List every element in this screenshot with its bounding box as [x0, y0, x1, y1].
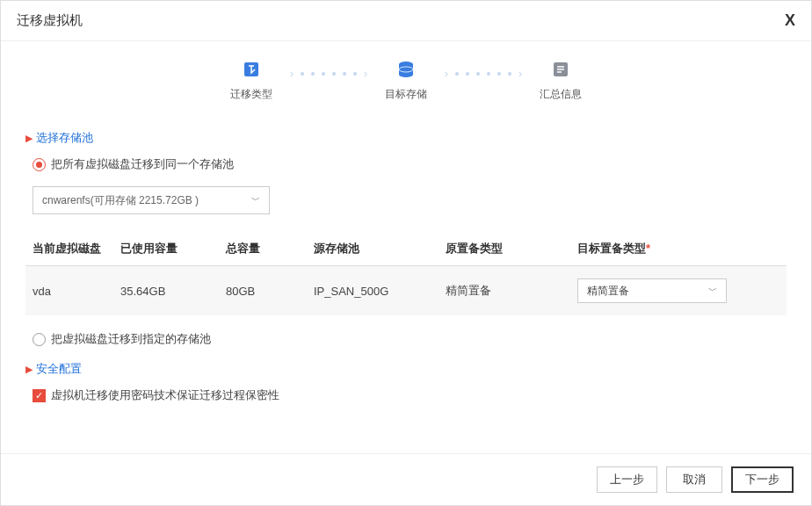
disk-table: 当前虚拟磁盘 已使用容量 总容量 源存储池 原置备类型 目标置备类型* vda …: [25, 232, 787, 315]
cell-used: 35.64GB: [120, 285, 226, 298]
step-target-storage: 目标存储: [380, 57, 432, 102]
section-storage-pool[interactable]: ▶ 选择存储池: [25, 130, 787, 146]
section-security[interactable]: ▶ 安全配置: [25, 361, 787, 377]
col-source: 源存储池: [314, 241, 446, 257]
radio-label: 把所有虚拟磁盘迁移到同一个存储池: [51, 156, 234, 172]
chevron-down-icon: ﹀: [251, 194, 260, 206]
cell-orig-type: 精简置备: [446, 283, 577, 299]
share-icon: [239, 57, 264, 82]
cell-target-type: 精简置备 ﹀: [577, 278, 779, 303]
step-label: 汇总信息: [540, 87, 582, 102]
list-icon: [548, 57, 573, 82]
triangle-icon: ▶: [25, 364, 33, 375]
dialog-header: 迁移虚拟机 X: [1, 1, 811, 41]
cell-disk: vda: [33, 285, 120, 298]
radio-icon: [33, 333, 46, 346]
target-type-select[interactable]: 精简置备 ﹀: [577, 278, 727, 303]
dialog-content: ▶ 选择存储池 把所有虚拟磁盘迁移到同一个存储池 cnwarenfs(可用存储 …: [1, 111, 811, 453]
section-title-text: 选择存储池: [36, 130, 93, 146]
step-migration-type: 迁移类型: [225, 57, 278, 102]
step-label: 迁移类型: [230, 87, 272, 102]
migrate-vm-dialog: 迁移虚拟机 X 迁移类型 ›› 目标存储 ›› 汇总信息: [0, 0, 812, 506]
step-label: 目标存储: [385, 87, 427, 102]
next-button[interactable]: 下一步: [731, 466, 794, 493]
dropdown-value: cnwarenfs(可用存储 2215.72GB ): [42, 193, 199, 208]
table-row: vda 35.64GB 80GB IP_SAN_500G 精简置备 精简置备 ﹀: [25, 266, 787, 315]
section-title-text: 安全配置: [36, 361, 82, 377]
dialog-title: 迁移虚拟机: [17, 12, 83, 29]
table-header: 当前虚拟磁盘 已使用容量 总容量 源存储池 原置备类型 目标置备类型*: [25, 232, 787, 266]
checkbox-label: 虚拟机迁移使用密码技术保证迁移过程保密性: [51, 387, 279, 403]
radio-icon: [33, 158, 46, 171]
dialog-footer: 上一步 取消 下一步: [1, 453, 811, 505]
storage-pool-dropdown[interactable]: cnwarenfs(可用存储 2215.72GB ) ﹀: [33, 186, 270, 214]
database-icon: [394, 57, 418, 82]
col-used: 已使用容量: [120, 241, 226, 257]
checkbox-icon: ✓: [33, 389, 46, 402]
step-summary: 汇总信息: [534, 57, 587, 102]
triangle-icon: ▶: [25, 133, 33, 144]
radio-same-pool[interactable]: 把所有虚拟磁盘迁移到同一个存储池: [33, 156, 787, 172]
wizard-steps: 迁移类型 ›› 目标存储 ›› 汇总信息: [1, 41, 811, 111]
select-value: 精简置备: [587, 284, 629, 299]
step-connector: ››: [278, 57, 380, 80]
col-total: 总容量: [226, 241, 314, 257]
chevron-down-icon: ﹀: [708, 285, 717, 297]
checkbox-encryption[interactable]: ✓ 虚拟机迁移使用密码技术保证迁移过程保密性: [33, 387, 787, 403]
col-target-type: 目标置备类型*: [577, 241, 779, 257]
step-connector: ››: [432, 57, 534, 80]
radio-specific-pool[interactable]: 把虚拟磁盘迁移到指定的存储池: [33, 331, 787, 347]
cell-source: IP_SAN_500G: [314, 285, 446, 298]
radio-label: 把虚拟磁盘迁移到指定的存储池: [51, 331, 211, 347]
col-orig-type: 原置备类型: [446, 241, 577, 257]
col-disk: 当前虚拟磁盘: [33, 241, 120, 257]
cell-total: 80GB: [226, 285, 314, 298]
close-icon[interactable]: X: [785, 11, 795, 30]
cancel-button[interactable]: 取消: [666, 466, 722, 493]
prev-button[interactable]: 上一步: [597, 466, 657, 493]
